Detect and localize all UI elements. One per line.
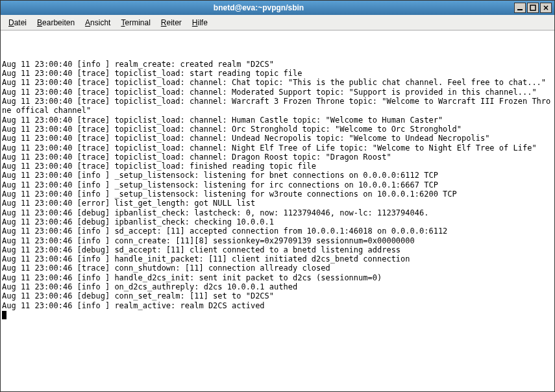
log-line: Aug 11 23:00:40 [info ] _setup_listensoc… — [2, 180, 553, 190]
log-line: Aug 11 23:00:46 [info ] sd_accept: [11] … — [2, 227, 553, 236]
menu-terminal[interactable]: Terminal — [117, 17, 154, 29]
log-line: Aug 11 23:00:46 [debug] ipbanlist_check:… — [2, 217, 553, 227]
log-line: Aug 11 23:00:40 [trace] topiclist_load: … — [2, 97, 553, 116]
log-line: Aug 11 23:00:40 [info ] realm_create: cr… — [2, 60, 553, 69]
log-line: Aug 11 23:00:40 [trace] topiclist_load: … — [2, 153, 553, 162]
minimize-button[interactable] — [514, 3, 526, 13]
window-title: bnetd@eva:~pvpgn/sbin — [3, 3, 514, 12]
log-line: Aug 11 23:00:46 [info ] on_d2cs_authrepl… — [2, 282, 553, 291]
minimize-icon — [517, 5, 523, 11]
log-line: Aug 11 23:00:46 [info ] realm_active: re… — [2, 301, 553, 310]
log-line: Aug 11 23:00:40 [info ] _setup_listensoc… — [2, 190, 553, 199]
log-line: Aug 11 23:00:40 [trace] topiclist_load: … — [2, 143, 553, 153]
terminal-output[interactable]: Aug 11 23:00:40 [info ] realm_create: cr… — [1, 31, 554, 391]
log-line: Aug 11 23:00:40 [info ] _setup_listensoc… — [2, 171, 553, 180]
menu-hilfe[interactable]: Hilfe — [188, 17, 212, 29]
maximize-icon — [530, 5, 536, 11]
svg-rect-1 — [530, 5, 536, 10]
menu-ansicht[interactable]: Ansicht — [81, 17, 114, 29]
log-line: Aug 11 23:00:40 [trace] topiclist_load: … — [2, 78, 553, 87]
titlebar: bnetd@eva:~pvpgn/sbin — [1, 1, 554, 15]
log-line: Aug 11 23:00:46 [debug] sd_accept: [11] … — [2, 245, 553, 254]
log-line: Aug 11 23:00:46 [debug] ipbanlist_check:… — [2, 208, 553, 217]
log-line: Aug 11 23:00:40 [trace] topiclist_load: … — [2, 116, 553, 125]
window-controls — [514, 3, 552, 13]
log-line: Aug 11 23:00:46 [info ] conn_create: [11… — [2, 236, 553, 245]
log-line: Aug 11 23:00:40 [trace] topiclist_load: … — [2, 69, 553, 78]
close-icon — [543, 5, 549, 11]
log-line: Aug 11 23:00:40 [error] list_get_length:… — [2, 199, 553, 208]
log-line: Aug 11 23:00:46 [debug] conn_set_realm: … — [2, 291, 553, 300]
log-line: Aug 11 23:00:46 [info ] handle_init_pack… — [2, 254, 553, 263]
log-line: Aug 11 23:00:40 [trace] topiclist_load: … — [2, 88, 553, 97]
log-line: Aug 11 23:00:40 [trace] topiclist_load: … — [2, 134, 553, 143]
menu-reiter[interactable]: Reiter — [157, 17, 186, 29]
log-line: Aug 11 23:00:40 [trace] topiclist_load: … — [2, 125, 553, 134]
terminal-window: bnetd@eva:~pvpgn/sbin DateiBearbeitenAns… — [0, 0, 555, 392]
menu-bearbeiten[interactable]: Bearbeiten — [33, 17, 79, 29]
log-line: Aug 11 23:00:40 [trace] topiclist_load: … — [2, 162, 553, 171]
menu-datei[interactable]: Datei — [5, 17, 31, 29]
maximize-button[interactable] — [527, 3, 539, 13]
log-line: Aug 11 23:00:46 [trace] conn_shutdown: [… — [2, 263, 553, 273]
close-button[interactable] — [540, 3, 552, 13]
terminal-cursor — [2, 311, 6, 319]
log-line: Aug 11 23:00:46 [info ] handle_d2cs_init… — [2, 273, 553, 282]
menubar: DateiBearbeitenAnsichtTerminalReiterHilf… — [1, 15, 554, 31]
